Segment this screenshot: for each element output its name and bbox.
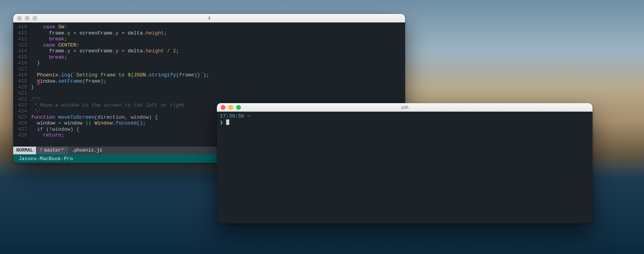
line-number: 422 [13,96,27,102]
cursor-icon [226,119,229,125]
line-number: 411 [13,30,27,36]
editor-window-title: 4 [13,16,405,21]
line-number: 421 [13,90,27,97]
code-line[interactable] [31,66,405,73]
git-branch-segment: ᚠ master* [36,147,67,154]
code-line[interactable]: } [31,60,405,66]
zsh-cwd: ~ [247,113,250,119]
line-number: 418 [13,72,27,78]
code-line[interactable] [31,90,405,97]
code-line[interactable]: break; [31,36,405,42]
zsh-header-line: 17:30:58 ~ [220,113,589,119]
line-number: 419 [13,78,27,85]
branch-icon: ᚠ [40,148,43,153]
line-number: 426 [13,120,27,126]
tmux-session: Jasons-MacBook-Pro [16,156,73,162]
zsh-body[interactable]: 17:30:58 ~ ❯ [217,112,592,128]
line-number: 425 [13,114,27,121]
prompt-icon: ❯ [220,120,223,126]
code-line[interactable]: Phoenix.log(`Setting frame to ${JSON.str… [31,72,405,78]
line-number: 427 [13,126,27,133]
line-number: 414 [13,48,27,54]
line-number: 416 [13,60,27,66]
line-number: 410 [13,24,27,30]
zsh-window[interactable]: zsh 17:30:58 ~ ❯ [217,103,592,223]
line-number: 423 [13,102,27,109]
line-number: 417 [13,66,27,73]
code-line[interactable]: /** [31,96,405,102]
code-line[interactable]: case CENTER: [31,42,405,48]
filename: .phoenix.js [68,148,106,153]
line-number: 428 [13,132,27,138]
branch-name: master* [44,148,64,153]
line-number: 420 [13,84,27,90]
zsh-titlebar[interactable]: zsh [217,103,592,112]
tmux-session-name: Jasons-MacBook-Pro [19,156,73,162]
line-number-gutter: 4104114124134144154164174184194204214224… [13,22,29,147]
line-number: 412 [13,36,27,42]
line-number: 424 [13,108,27,114]
zsh-window-title: zsh [217,105,592,110]
zsh-prompt-line[interactable]: ❯ [220,119,589,126]
editor-titlebar[interactable]: 4 [13,14,405,22]
zsh-time: 17:30:58 [220,113,244,119]
code-line[interactable]: frame.y = screenFrame.y + delta.height /… [31,48,405,54]
code-line[interactable]: break; [31,54,405,60]
code-line[interactable]: case SW: [31,24,405,30]
line-number: 415 [13,54,27,60]
code-line[interactable]: } [31,84,405,90]
code-line[interactable]: Window.setFrame(frame); [31,78,405,85]
vim-mode-badge: NORMAL [13,147,36,154]
code-line[interactable]: frame.y = screenFrame.y + delta.height; [31,30,405,36]
line-number: 413 [13,42,27,48]
